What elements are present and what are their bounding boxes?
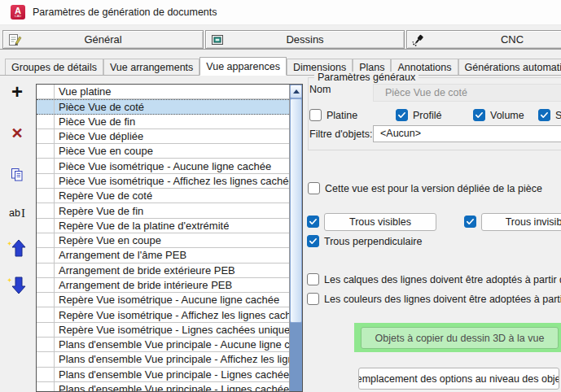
copy-view-button[interactable] xyxy=(7,165,28,185)
subtab-groupes-de-details[interactable]: Groupes de détails xyxy=(5,59,103,75)
subtab-generations-automatiques[interactable]: Générations automatiques xyxy=(458,59,561,75)
list-item-label: Arrangement de bride intérieure PEB xyxy=(55,279,232,291)
list-row-gutter xyxy=(37,352,55,366)
list-scrollbar[interactable] xyxy=(289,85,302,391)
list-item[interactable]: Plans d'ensemble Vue principale - Lignes… xyxy=(37,368,289,382)
drill-icon xyxy=(411,33,426,47)
holes-invisible-button[interactable]: Trous invisibles xyxy=(481,213,561,231)
tab-general[interactable]: Général xyxy=(2,30,204,49)
list-row-gutter xyxy=(37,233,55,247)
list-row-gutter xyxy=(37,174,55,188)
list-item[interactable]: Repère Vue en coupe xyxy=(37,233,289,248)
list-row-gutter xyxy=(37,219,55,233)
list-row-gutter xyxy=(37,85,55,98)
platine-checkbox[interactable] xyxy=(309,109,322,121)
advance-steel-app-icon: A CAD xyxy=(11,5,25,20)
list-item-label: Pièce Vue dépliée xyxy=(55,130,143,142)
line-layers-checkbox[interactable] xyxy=(307,273,319,285)
list-item[interactable]: Arrangement de bride extérieure PEB xyxy=(37,264,289,278)
list-item[interactable]: Pièce Vue isométrique - Aucune ligne cac… xyxy=(37,159,289,173)
text-cursor-icon: I xyxy=(21,207,25,220)
structure-checkbox[interactable] xyxy=(538,109,550,121)
object-filter-combobox[interactable]: <Aucun> xyxy=(373,125,561,142)
list-item-label: Plans d'ensemble Vue principale - Lignes… xyxy=(55,368,289,381)
object-filter-label: Filtre d'objets: xyxy=(309,128,372,140)
list-row-gutter xyxy=(37,368,55,381)
delete-x-icon: ✕ xyxy=(11,124,23,142)
scrollbar-up-button[interactable] xyxy=(290,85,302,98)
triangle-up-icon xyxy=(293,89,300,94)
list-item[interactable]: Arrangement de bride intérieure PEB xyxy=(37,278,289,293)
delete-view-button[interactable]: ✕ xyxy=(7,124,28,143)
object-level-override-button[interactable]: Remplacement des options au niveau des o… xyxy=(358,368,559,390)
list-item-label: Pièce Vue isométrique - Affichez les lig… xyxy=(55,175,289,187)
holes-perpendicular-checkbox[interactable] xyxy=(307,235,319,247)
list-item-label: Plans d'ensemble Vue principale - Aucune… xyxy=(55,338,289,351)
list-row-gutter xyxy=(37,293,55,307)
rename-view-button[interactable]: abI xyxy=(7,203,28,223)
list-item-label: Pièce Vue isométrique - Aucune ligne cac… xyxy=(55,160,271,172)
list-item[interactable]: Plans d'ensemble Vue principale - Affich… xyxy=(37,352,289,367)
list-row-gutter xyxy=(37,189,55,203)
general-parameters-title: Paramètres généraux xyxy=(314,72,419,83)
document-edit-icon xyxy=(8,33,22,47)
list-item[interactable]: Pièce Vue en coupe xyxy=(37,144,289,159)
holes-invisible-checkbox[interactable] xyxy=(464,216,476,228)
list-row-gutter xyxy=(37,248,55,262)
profile-checkbox[interactable] xyxy=(396,109,408,121)
tab-cnc-label: CNC xyxy=(501,33,524,46)
plus-icon: + xyxy=(11,81,23,103)
tab-dessins[interactable]: Dessins xyxy=(205,30,405,49)
copy-icon xyxy=(10,168,24,182)
list-item[interactable]: Repère Vue de fin xyxy=(37,203,289,218)
subtab-vue-apparences[interactable]: Vue apparences xyxy=(199,57,287,76)
app-badge-sub: CAD xyxy=(15,15,21,18)
volume-checkbox[interactable] xyxy=(473,109,485,121)
list-row-gutter xyxy=(37,203,55,217)
copy-objects-3d-button[interactable]: Objets à copier du dessin 3D à la vue xyxy=(361,327,559,349)
list-row-gutter xyxy=(37,382,55,391)
line-colors-checkbox[interactable] xyxy=(307,293,319,305)
list-item-label: Repère Vue isométrique - Affichez les li… xyxy=(55,309,289,321)
name-input[interactable]: Pièce Vue de coté xyxy=(373,84,561,102)
holes-visible-button[interactable]: Trous visibles xyxy=(324,213,436,231)
move-down-button[interactable] xyxy=(7,274,28,295)
move-up-button[interactable] xyxy=(7,237,28,259)
profile-label: Profilé xyxy=(413,110,441,121)
list-row-gutter xyxy=(37,264,55,277)
list-item[interactable]: Plans d'ensemble Vue principale - Lignes… xyxy=(37,382,289,391)
list-item[interactable]: Vue platine xyxy=(37,85,289,99)
unfolded-version-label: Cette vue est pour la version dépliée de… xyxy=(325,183,542,194)
platine-label: Platine xyxy=(327,110,357,121)
unfolded-version-checkbox[interactable] xyxy=(308,182,320,194)
list-row-gutter xyxy=(37,338,55,351)
rename-ab-icon: ab xyxy=(9,207,20,219)
list-row-gutter xyxy=(37,307,55,321)
tab-row-divider xyxy=(0,49,561,50)
tab-cnc[interactable]: CNC xyxy=(406,30,561,49)
scrollbar-thumb[interactable] xyxy=(290,98,302,323)
list-item[interactable]: Pièce Vue de fin xyxy=(37,115,289,129)
list-item-label: Pièce Vue en coupe xyxy=(55,145,153,157)
drawing-subtabs: Groupes de détails Vue arrangements Vue … xyxy=(0,57,561,76)
add-view-button[interactable]: + xyxy=(7,82,28,102)
list-item[interactable]: Plans d'ensemble Vue principale - Aucune… xyxy=(37,338,289,352)
list-item[interactable]: Repère Vue isométrique - Aucune ligne ca… xyxy=(37,293,289,307)
list-item[interactable]: Repère Vue isométrique - Lignes cachées … xyxy=(37,323,289,338)
list-item[interactable]: Repère Vue de la platine d'extrémité xyxy=(37,219,289,233)
list-item-label: Arrangement de l'âme PEB xyxy=(55,249,186,261)
list-item[interactable]: Arrangement de l'âme PEB xyxy=(37,248,289,263)
volume-label: Volume xyxy=(490,110,524,121)
list-row-gutter xyxy=(37,278,55,292)
list-item-label: Pièce Vue de fin xyxy=(55,115,135,128)
holes-visible-checkbox[interactable] xyxy=(307,216,319,228)
list-item[interactable]: Pièce Vue de coté xyxy=(37,99,289,114)
list-item[interactable]: Pièce Vue isométrique - Affichez les lig… xyxy=(37,174,289,189)
list-item[interactable]: Repère Vue isométrique - Affichez les li… xyxy=(37,307,289,322)
list-row-gutter xyxy=(37,115,55,128)
list-item[interactable]: Pièce Vue dépliée xyxy=(37,129,289,144)
subtab-vue-arrangements[interactable]: Vue arrangements xyxy=(103,59,199,75)
list-item[interactable]: Repère Vue de coté xyxy=(37,189,289,203)
list-item-label: Pièce Vue de coté xyxy=(55,101,144,113)
arrow-up-icon xyxy=(7,239,27,258)
